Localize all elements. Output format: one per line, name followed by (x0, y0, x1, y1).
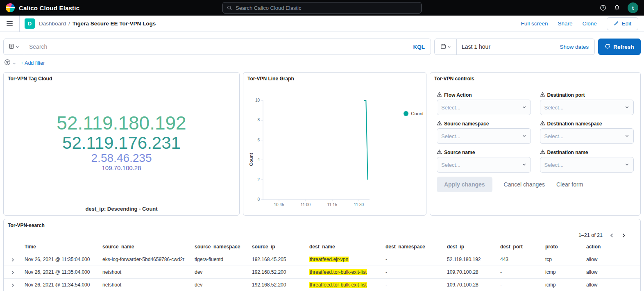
cell-dest_port: 443 (497, 253, 542, 266)
control-select[interactable]: Select... (540, 128, 634, 144)
expand-row-button[interactable] (10, 283, 15, 288)
app-navbar: D Dashboard / Tigera Secure EE Tor-VPN L… (0, 16, 644, 32)
column-header-dest_namespace[interactable]: dest_namespace (383, 241, 444, 253)
breadcrumb-dashboard[interactable]: Dashboard (39, 20, 66, 27)
clone-link[interactable]: Clone (582, 20, 596, 27)
expand-row-button[interactable] (10, 270, 15, 275)
show-dates-link[interactable]: Show dates (554, 44, 594, 50)
control-select[interactable]: Select... (437, 157, 531, 173)
column-header-source_name[interactable]: source_name (100, 241, 192, 253)
cell-action: allow (583, 279, 640, 291)
svg-text:4: 4 (257, 157, 260, 162)
cell-dest_namespace: - (383, 279, 444, 291)
column-header-source_ip[interactable]: source_ip (249, 241, 306, 253)
column-header-Time[interactable]: Time (22, 241, 100, 253)
warning-icon (437, 92, 442, 98)
chevron-down-icon (625, 132, 629, 140)
cell-source_name: eks-log-forwarder-5bd4659786-cwd2r (100, 253, 192, 266)
control-label: Destination name (540, 150, 634, 155)
highlighted-value: threatfeed.tor-bulk-exit-list (309, 282, 367, 288)
user-avatar[interactable]: t (628, 2, 638, 13)
edit-label: Edit (622, 20, 631, 27)
chevron-down-icon (625, 161, 629, 168)
control-label: Destination port (540, 92, 634, 98)
tag-cloud-term[interactable]: 2.58.46.235 (91, 152, 152, 164)
panel-tag-cloud: Tor-VPN Tag Cloud 52.119.180.19252.119.1… (3, 72, 240, 216)
panel-title: Tor-VPN controls (430, 73, 640, 85)
tag-cloud-term[interactable]: 109.70.100.28 (102, 165, 141, 171)
control-label-text: Source name (444, 150, 475, 155)
filter-options-icon[interactable] (4, 59, 11, 67)
saved-query-icon (9, 43, 14, 50)
cell-source_namespace: dev (192, 266, 249, 279)
date-picker: Last 1 hour Show dates (434, 39, 595, 55)
edit-button[interactable]: Edit (607, 17, 638, 30)
control-label: Destination namespace (540, 121, 634, 127)
help-icon[interactable]: ? (600, 5, 606, 11)
select-placeholder: Select... (441, 105, 460, 111)
column-header-source_namespace[interactable]: source_namespace (192, 241, 249, 253)
add-filter-link[interactable]: + Add filter (20, 60, 45, 66)
clear-form-button[interactable]: Clear form (556, 181, 583, 188)
app-root: Calico Cloud Elastic ? t D Das (0, 0, 644, 291)
cancel-changes-button[interactable]: Cancel changes (504, 181, 545, 188)
panel-title: Tor-VPN Line Graph (243, 73, 426, 85)
date-quick-menu-button[interactable] (435, 39, 457, 55)
results-table-body: Nov 26, 2021 @ 11:35:04.000eks-log-forwa… (4, 253, 640, 291)
time-range-value[interactable]: Last 1 hour (457, 43, 554, 50)
column-header-action[interactable]: action (583, 241, 640, 253)
control-select[interactable]: Select... (437, 128, 531, 144)
results-table: Timesource_namesource_namespacesource_ip… (4, 241, 640, 291)
svg-text:8: 8 (257, 118, 260, 122)
pagination: 1–21 of 21 (4, 232, 640, 241)
full-screen-link[interactable]: Full screen (521, 20, 548, 27)
table-row[interactable]: Nov 26, 2021 @ 11:35:04.000eks-log-forwa… (4, 253, 640, 266)
control-select[interactable]: Select... (540, 157, 634, 173)
share-link[interactable]: Share (558, 20, 572, 27)
header-left: Calico Cloud Elastic (6, 3, 222, 12)
chevron-down-icon (522, 132, 526, 140)
global-search-input[interactable] (236, 5, 417, 11)
table-row[interactable]: Nov 26, 2021 @ 11:35:04.000netshootdev19… (4, 266, 640, 279)
table-row[interactable]: Nov 26, 2021 @ 11:34:54.000netshootdev19… (4, 279, 640, 291)
cell-source_ip: 192.168.45.205 (249, 253, 306, 266)
cell-proto: icmp (542, 266, 583, 279)
warning-icon (540, 120, 545, 127)
column-header-proto[interactable]: proto (542, 241, 583, 253)
query-input[interactable] (24, 43, 408, 50)
column-header-dest_ip[interactable]: dest_ip (444, 241, 497, 253)
legend-label: Count (411, 111, 424, 116)
cell-source_ip: 192.168.52.200 (249, 279, 306, 291)
global-search[interactable] (222, 2, 422, 14)
expand-row-button[interactable] (10, 257, 15, 262)
control-select[interactable]: Select... (437, 100, 531, 115)
control-select[interactable]: Select... (540, 100, 634, 115)
tag-cloud: 52.119.180.19252.119.176.2312.58.46.2351… (4, 84, 239, 200)
controls-actions: Apply changes Cancel changes Clear form (437, 177, 634, 192)
tag-cloud-term[interactable]: 52.119.180.192 (57, 113, 186, 134)
query-language-button[interactable]: KQL (408, 44, 431, 50)
column-header-dest_port[interactable]: dest_port (497, 241, 542, 253)
refresh-button[interactable]: Refresh (598, 39, 641, 55)
panel-line-graph: Tor-VPN Line Graph 024681010:4511:0011:1… (243, 72, 426, 216)
column-header-dest_name[interactable]: dest_name (306, 241, 383, 253)
cell-dest_port: - (497, 279, 542, 291)
chart-legend[interactable]: Count (404, 111, 424, 116)
cell-action: allow (583, 253, 640, 266)
y-axis-label: Count (249, 110, 254, 209)
apply-changes-button[interactable]: Apply changes (437, 177, 492, 192)
svg-text:10: 10 (255, 98, 260, 102)
line-chart-area: 024681010:4511:0011:1511:30 Count start_… (247, 96, 426, 219)
menu-button[interactable] (0, 16, 20, 32)
select-placeholder: Select... (544, 162, 564, 168)
prev-page-button[interactable] (609, 233, 615, 238)
dashboard-badge: D (25, 18, 35, 29)
expand-cell (4, 266, 22, 279)
notifications-icon[interactable] (614, 5, 620, 11)
control-label: Source name (437, 150, 531, 155)
next-page-button[interactable] (621, 233, 626, 238)
control-group: Source nameSelect... (437, 150, 531, 173)
tag-cloud-term[interactable]: 52.119.176.231 (62, 134, 181, 152)
saved-query-menu-button[interactable] (4, 39, 24, 55)
control-group: Destination namespaceSelect... (540, 121, 634, 144)
